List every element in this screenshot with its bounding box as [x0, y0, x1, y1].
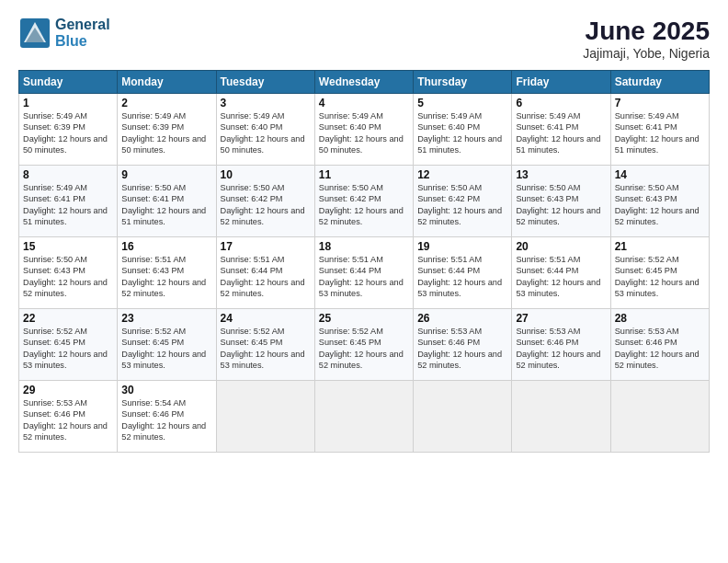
calendar-week-row: 22 Sunrise: 5:52 AMSunset: 6:45 PMDaylig…	[19, 309, 710, 381]
day-number: 16	[121, 240, 211, 253]
day-number: 15	[23, 240, 113, 253]
day-info: Sunrise: 5:50 AMSunset: 6:41 PMDaylight:…	[121, 183, 206, 226]
day-info: Sunrise: 5:49 AMSunset: 6:39 PMDaylight:…	[121, 111, 206, 155]
day-number: 20	[516, 240, 606, 253]
day-info: Sunrise: 5:49 AMSunset: 6:40 PMDaylight:…	[417, 111, 502, 155]
calendar-header-row: SundayMondayTuesdayWednesdayThursdayFrid…	[19, 71, 710, 94]
day-info: Sunrise: 5:50 AMSunset: 6:42 PMDaylight:…	[221, 183, 305, 226]
day-info: Sunrise: 5:51 AMSunset: 6:44 PMDaylight:…	[417, 255, 502, 298]
calendar-cell: 8 Sunrise: 5:49 AMSunset: 6:41 PMDayligh…	[19, 166, 118, 237]
calendar-cell	[610, 381, 709, 453]
calendar-cell: 21 Sunrise: 5:52 AMSunset: 6:45 PMDaylig…	[610, 237, 709, 309]
day-info: Sunrise: 5:49 AMSunset: 6:40 PMDaylight:…	[221, 111, 305, 155]
calendar-cell: 28 Sunrise: 5:53 AMSunset: 6:46 PMDaylig…	[610, 309, 709, 381]
day-info: Sunrise: 5:49 AMSunset: 6:39 PMDaylight:…	[23, 111, 108, 155]
day-info: Sunrise: 5:50 AMSunset: 6:42 PMDaylight:…	[417, 183, 502, 226]
col-header-sunday: Sunday	[19, 71, 118, 94]
calendar-table: SundayMondayTuesdayWednesdayThursdayFrid…	[18, 70, 710, 453]
day-number: 17	[221, 240, 311, 253]
calendar-week-row: 15 Sunrise: 5:50 AMSunset: 6:43 PMDaylig…	[19, 237, 710, 309]
calendar-cell: 12 Sunrise: 5:50 AMSunset: 6:42 PMDaylig…	[414, 166, 512, 237]
calendar-cell: 15 Sunrise: 5:50 AMSunset: 6:43 PMDaylig…	[19, 237, 118, 309]
calendar-cell: 9 Sunrise: 5:50 AMSunset: 6:41 PMDayligh…	[118, 166, 216, 237]
page: General Blue June 2025 Jajimaji, Yobe, N…	[0, 0, 728, 563]
calendar-cell: 26 Sunrise: 5:53 AMSunset: 6:46 PMDaylig…	[414, 309, 512, 381]
calendar-cell: 22 Sunrise: 5:52 AMSunset: 6:45 PMDaylig…	[19, 309, 118, 381]
day-info: Sunrise: 5:53 AMSunset: 6:46 PMDaylight:…	[516, 327, 600, 370]
day-number: 4	[319, 97, 409, 109]
calendar-cell: 3 Sunrise: 5:49 AMSunset: 6:40 PMDayligh…	[216, 94, 314, 166]
location-subtitle: Jajimaji, Yobe, Nigeria	[583, 46, 710, 61]
day-number: 11	[319, 168, 409, 181]
day-number: 26	[417, 312, 507, 325]
calendar-cell: 1 Sunrise: 5:49 AMSunset: 6:39 PMDayligh…	[19, 94, 118, 166]
calendar-cell: 13 Sunrise: 5:50 AMSunset: 6:43 PMDaylig…	[512, 166, 610, 237]
day-number: 10	[221, 168, 311, 181]
day-info: Sunrise: 5:49 AMSunset: 6:41 PMDaylight:…	[23, 183, 108, 226]
day-info: Sunrise: 5:50 AMSunset: 6:42 PMDaylight:…	[319, 183, 404, 226]
day-number: 22	[23, 312, 113, 325]
calendar-week-row: 8 Sunrise: 5:49 AMSunset: 6:41 PMDayligh…	[19, 166, 710, 237]
calendar-cell: 6 Sunrise: 5:49 AMSunset: 6:41 PMDayligh…	[512, 94, 610, 166]
calendar-cell: 4 Sunrise: 5:49 AMSunset: 6:40 PMDayligh…	[314, 94, 413, 166]
calendar-week-row: 1 Sunrise: 5:49 AMSunset: 6:39 PMDayligh…	[19, 94, 710, 166]
col-header-tuesday: Tuesday	[216, 71, 314, 94]
col-header-wednesday: Wednesday	[314, 71, 413, 94]
day-number: 2	[121, 97, 211, 109]
calendar-cell: 19 Sunrise: 5:51 AMSunset: 6:44 PMDaylig…	[414, 237, 512, 309]
title-block: June 2025 Jajimaji, Yobe, Nigeria	[583, 17, 710, 61]
calendar-week-row: 29 Sunrise: 5:53 AMSunset: 6:46 PMDaylig…	[19, 381, 710, 453]
calendar-cell	[512, 381, 610, 453]
calendar-cell	[314, 381, 413, 453]
calendar-cell: 25 Sunrise: 5:52 AMSunset: 6:45 PMDaylig…	[314, 309, 413, 381]
day-info: Sunrise: 5:53 AMSunset: 6:46 PMDaylight:…	[23, 398, 108, 442]
day-number: 13	[516, 168, 606, 181]
day-info: Sunrise: 5:52 AMSunset: 6:45 PMDaylight:…	[121, 327, 206, 370]
day-number: 7	[615, 97, 705, 109]
day-number: 25	[319, 312, 409, 325]
day-number: 1	[23, 97, 113, 109]
header: General Blue June 2025 Jajimaji, Yobe, N…	[18, 17, 710, 61]
day-info: Sunrise: 5:53 AMSunset: 6:46 PMDaylight:…	[417, 327, 502, 370]
day-number: 24	[221, 312, 311, 325]
calendar-cell: 27 Sunrise: 5:53 AMSunset: 6:46 PMDaylig…	[512, 309, 610, 381]
day-number: 19	[417, 240, 507, 253]
calendar-cell: 30 Sunrise: 5:54 AMSunset: 6:46 PMDaylig…	[118, 381, 216, 453]
day-info: Sunrise: 5:54 AMSunset: 6:46 PMDaylight:…	[121, 398, 206, 442]
day-number: 21	[615, 240, 705, 253]
logo-icon	[18, 17, 51, 50]
col-header-thursday: Thursday	[414, 71, 512, 94]
col-header-friday: Friday	[512, 71, 610, 94]
day-info: Sunrise: 5:49 AMSunset: 6:41 PMDaylight:…	[516, 111, 600, 155]
day-info: Sunrise: 5:51 AMSunset: 6:44 PMDaylight:…	[221, 255, 305, 298]
calendar-cell: 24 Sunrise: 5:52 AMSunset: 6:45 PMDaylig…	[216, 309, 314, 381]
day-number: 30	[121, 384, 211, 396]
col-header-saturday: Saturday	[610, 71, 709, 94]
calendar-cell: 11 Sunrise: 5:50 AMSunset: 6:42 PMDaylig…	[314, 166, 413, 237]
month-year-title: June 2025	[583, 17, 710, 46]
calendar-cell	[414, 381, 512, 453]
col-header-monday: Monday	[118, 71, 216, 94]
calendar-cell: 18 Sunrise: 5:51 AMSunset: 6:44 PMDaylig…	[314, 237, 413, 309]
day-info: Sunrise: 5:50 AMSunset: 6:43 PMDaylight:…	[516, 183, 600, 226]
calendar-cell: 14 Sunrise: 5:50 AMSunset: 6:43 PMDaylig…	[610, 166, 709, 237]
day-number: 12	[417, 168, 507, 181]
day-number: 14	[615, 168, 705, 181]
calendar-cell: 5 Sunrise: 5:49 AMSunset: 6:40 PMDayligh…	[414, 94, 512, 166]
day-info: Sunrise: 5:49 AMSunset: 6:40 PMDaylight:…	[319, 111, 404, 155]
calendar-cell: 23 Sunrise: 5:52 AMSunset: 6:45 PMDaylig…	[118, 309, 216, 381]
calendar-cell: 29 Sunrise: 5:53 AMSunset: 6:46 PMDaylig…	[19, 381, 118, 453]
day-number: 29	[23, 384, 113, 396]
day-info: Sunrise: 5:53 AMSunset: 6:46 PMDaylight:…	[615, 327, 700, 370]
day-number: 27	[516, 312, 606, 325]
calendar-cell	[216, 381, 314, 453]
calendar-cell: 20 Sunrise: 5:51 AMSunset: 6:44 PMDaylig…	[512, 237, 610, 309]
day-number: 5	[417, 97, 507, 109]
day-info: Sunrise: 5:52 AMSunset: 6:45 PMDaylight:…	[319, 327, 404, 370]
day-info: Sunrise: 5:52 AMSunset: 6:45 PMDaylight:…	[23, 327, 108, 370]
day-info: Sunrise: 5:51 AMSunset: 6:44 PMDaylight:…	[516, 255, 600, 298]
day-info: Sunrise: 5:51 AMSunset: 6:44 PMDaylight:…	[319, 255, 404, 298]
day-info: Sunrise: 5:50 AMSunset: 6:43 PMDaylight:…	[615, 183, 700, 226]
calendar-cell: 10 Sunrise: 5:50 AMSunset: 6:42 PMDaylig…	[216, 166, 314, 237]
calendar-cell: 17 Sunrise: 5:51 AMSunset: 6:44 PMDaylig…	[216, 237, 314, 309]
